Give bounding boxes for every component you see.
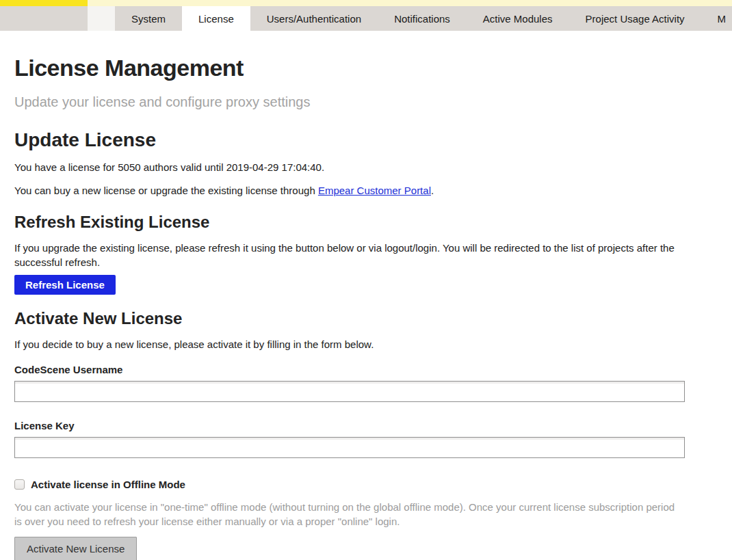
activate-new-license-button[interactable]: Activate New License bbox=[14, 537, 137, 560]
tab-license[interactable]: License bbox=[182, 6, 250, 31]
license-status-text: You have a license for 5050 authors vali… bbox=[14, 160, 685, 174]
page-subtitle: Update your license and configure proxy … bbox=[14, 94, 685, 110]
codescene-username-label: CodeScene Username bbox=[14, 364, 685, 375]
tab-system[interactable]: System bbox=[115, 6, 182, 31]
admin-tab-bar: System License Users/Authentication Noti… bbox=[0, 6, 732, 31]
tab-truncated[interactable]: M bbox=[701, 6, 732, 31]
top-accent-strip bbox=[0, 0, 732, 6]
page-title: License Management bbox=[14, 55, 685, 81]
buy-license-prefix: You can buy a new license or upgrade the… bbox=[14, 185, 318, 196]
tab-users-authentication[interactable]: Users/Authentication bbox=[250, 6, 378, 31]
tab-active-modules[interactable]: Active Modules bbox=[467, 6, 569, 31]
tab-project-usage-activity[interactable]: Project Usage Activity bbox=[569, 6, 701, 31]
buy-license-text: You can buy a new license or upgrade the… bbox=[14, 183, 685, 198]
license-key-label: License Key bbox=[14, 420, 685, 431]
refresh-license-button[interactable]: Refresh License bbox=[14, 275, 116, 295]
nav-spacer bbox=[88, 6, 115, 31]
buy-license-suffix: . bbox=[431, 185, 434, 196]
update-license-heading: Update License bbox=[14, 129, 685, 150]
offline-mode-checkbox-label: Activate license in Offline Mode bbox=[31, 479, 185, 490]
empear-customer-portal-link[interactable]: Empear Customer Portal bbox=[318, 185, 431, 196]
license-management-page: License Management Update your license a… bbox=[0, 55, 732, 560]
accent-strip-bright bbox=[0, 0, 88, 6]
offline-mode-checkbox[interactable] bbox=[14, 479, 25, 490]
accent-strip-pale bbox=[88, 0, 732, 6]
activate-license-heading: Activate New License bbox=[14, 309, 685, 328]
refresh-license-heading: Refresh Existing License bbox=[14, 213, 685, 231]
license-key-input[interactable] bbox=[14, 437, 685, 458]
codescene-username-input[interactable] bbox=[14, 381, 685, 402]
activate-license-description: If you decide to buy a new license, plea… bbox=[14, 337, 685, 351]
logo-block bbox=[0, 6, 88, 31]
offline-mode-row: Activate license in Offline Mode bbox=[14, 479, 685, 490]
tab-notifications[interactable]: Notifications bbox=[378, 6, 467, 31]
offline-mode-note: You can activate your license in "one-ti… bbox=[14, 500, 685, 529]
refresh-license-description: If you upgrade the existing license, ple… bbox=[14, 241, 685, 269]
